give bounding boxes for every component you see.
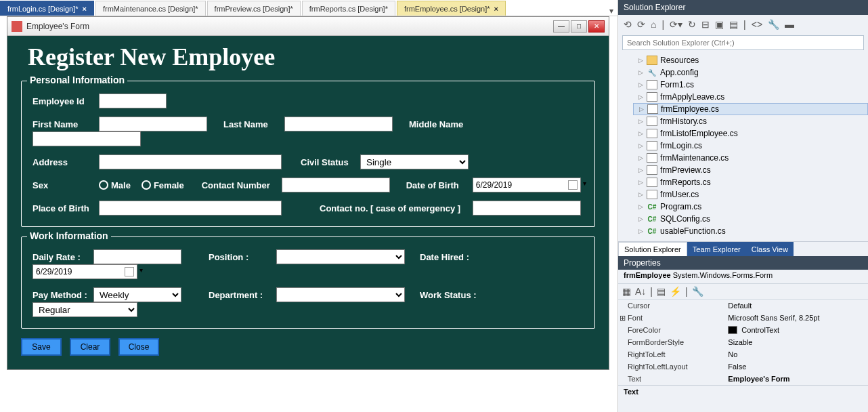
solution-search-input[interactable] xyxy=(622,35,864,50)
prop-value[interactable]: ControlText xyxy=(728,326,868,334)
tree-item-usablefunction-cs[interactable]: ▷C#usableFunction.cs xyxy=(633,225,868,237)
back-icon[interactable]: ⟲ xyxy=(624,19,632,30)
position-select[interactable] xyxy=(276,249,405,264)
male-radio[interactable] xyxy=(99,180,108,190)
prop-row-formborderstyle[interactable]: FormBorderStyleSizable xyxy=(618,336,868,348)
code-icon[interactable]: <> xyxy=(752,19,762,30)
tree-item-frmapplyleave-cs[interactable]: ▷frmApplyLeave.cs xyxy=(633,91,868,103)
prop-row-righttoleft[interactable]: RightToLeftNo xyxy=(618,348,868,360)
tab-solution-explorer[interactable]: Solution Explorer xyxy=(618,242,687,256)
workstatus-select[interactable]: Regular xyxy=(32,302,137,317)
middlename-field[interactable] xyxy=(32,131,141,146)
prop-value[interactable]: Employee's Form xyxy=(728,375,868,383)
close-button[interactable]: Close xyxy=(118,338,159,356)
expand-icon[interactable]: ⊞ xyxy=(620,314,628,322)
prop-row-forecolor[interactable]: ForeColorControlText xyxy=(618,324,868,336)
view-icon[interactable]: ▬ xyxy=(785,19,794,30)
tree-item-form1-cs[interactable]: ▷Form1.cs xyxy=(633,79,868,91)
employee-id-field[interactable] xyxy=(99,94,167,108)
expand-icon[interactable]: ▷ xyxy=(637,69,644,76)
tab-frmlogin[interactable]: frmLogin.cs [Design]*× xyxy=(0,1,94,16)
expand-icon[interactable]: ▷ xyxy=(637,154,644,161)
emergency-contact-field[interactable] xyxy=(473,201,581,215)
datehired-value: 6/29/2019 xyxy=(36,267,72,276)
tab-team-explorer[interactable]: Team Explorer xyxy=(687,242,746,256)
showall-icon[interactable]: ▣ xyxy=(715,19,724,30)
home-icon[interactable]: ⌂ xyxy=(651,19,656,30)
lastname-field[interactable] xyxy=(284,117,393,131)
tree-item-app-config[interactable]: ▷🔧App.config xyxy=(633,66,868,79)
paymethod-select[interactable]: Weekly xyxy=(93,287,181,302)
prop-value[interactable]: No xyxy=(728,350,868,358)
expand-icon[interactable]: ▷ xyxy=(637,57,644,64)
tree-item-resources[interactable]: ▷Resources xyxy=(633,54,868,66)
prop-value[interactable]: False xyxy=(728,363,868,371)
props-icon[interactable]: ▤ xyxy=(657,286,666,297)
tree-item-sqlconfig-cs[interactable]: ▷C#SQLConfig.cs xyxy=(633,213,868,225)
female-radio[interactable] xyxy=(142,180,151,190)
tree-item-program-cs[interactable]: ▷C#Program.cs xyxy=(633,201,868,213)
tab-frmreports[interactable]: frmReports.cs [Design]* xyxy=(302,1,395,16)
expand-icon[interactable]: ▷ xyxy=(637,203,644,210)
expand-icon[interactable]: ▷ xyxy=(637,94,644,100)
expand-icon[interactable]: ▷ xyxy=(637,179,644,186)
department-select[interactable] xyxy=(276,287,405,302)
prop-row-righttoleftlayout[interactable]: RightToLeftLayoutFalse xyxy=(618,360,868,373)
expand-icon[interactable]: ▷ xyxy=(637,81,644,88)
tree-item-frmreports-cs[interactable]: ▷frmReports.cs xyxy=(633,176,868,188)
properties-icon[interactable]: ▤ xyxy=(729,19,738,30)
firstname-field[interactable] xyxy=(99,117,207,131)
form-icon xyxy=(647,129,657,138)
prop-row-font[interactable]: ⊞ FontMicrosoft Sans Serif, 8.25pt xyxy=(618,312,868,324)
minimize-button[interactable]: — xyxy=(553,20,569,33)
datehired-picker[interactable]: 6/29/2019 xyxy=(32,264,137,279)
tree-item-frmlogin-cs[interactable]: ▷frmLogin.cs xyxy=(633,140,868,152)
dob-datepicker[interactable]: 6/29/2019 xyxy=(473,178,581,192)
tab-frmmaintenance[interactable]: frmMaintenance.cs [Design]* xyxy=(95,1,206,16)
prop-row-cursor[interactable]: CursorDefault xyxy=(618,300,868,312)
expand-icon[interactable]: ▷ xyxy=(637,167,644,173)
save-button[interactable]: Save xyxy=(21,338,62,356)
prop-row-text[interactable]: TextEmployee's Form xyxy=(618,373,868,385)
tab-class-view[interactable]: Class View xyxy=(746,242,794,256)
categorized-icon[interactable]: ▦ xyxy=(622,286,631,297)
expand-icon[interactable]: ▷ xyxy=(637,191,644,198)
tree-item-frmpreview-cs[interactable]: ▷frmPreview.cs xyxy=(633,164,868,176)
maximize-button[interactable]: □ xyxy=(571,20,587,33)
alpha-icon[interactable]: A↓ xyxy=(635,286,646,297)
tree-item-frmhistory-cs[interactable]: ▷frmHistory.cs xyxy=(633,115,868,127)
expand-icon[interactable]: ▷ xyxy=(637,130,644,137)
civil-status-select[interactable]: Single xyxy=(360,154,469,169)
tree-item-frmuser-cs[interactable]: ▷frmUser.cs xyxy=(633,188,868,201)
close-icon[interactable]: × xyxy=(494,5,498,13)
form-designer-window[interactable]: Employee's Form — □ ✕ Register New Emplo… xyxy=(7,16,609,370)
prop-value[interactable]: Microsoft Sans Serif, 8.25pt xyxy=(728,314,868,322)
tab-frmemployee[interactable]: frmEmployee.cs [Design]*× xyxy=(397,1,506,16)
refresh-icon[interactable]: ↻ xyxy=(688,19,696,30)
prop-value[interactable]: Sizable xyxy=(728,338,868,346)
tree-item-frmlistofemployee-cs[interactable]: ▷frmListofEmployee.cs xyxy=(633,127,868,140)
collapse-icon[interactable]: ⊟ xyxy=(701,19,710,30)
prop-value[interactable]: Default xyxy=(728,302,868,310)
tab-frmpreview[interactable]: frmPreview.cs [Design]* xyxy=(207,1,301,16)
wrench-icon[interactable]: 🔧 xyxy=(692,286,703,297)
expand-icon[interactable]: ▷ xyxy=(637,215,644,222)
contact-field[interactable] xyxy=(282,178,390,192)
tree-item-frmemployee-cs[interactable]: ▷frmEmployee.cs xyxy=(633,103,868,115)
wrench-icon[interactable]: 🔧 xyxy=(768,19,779,30)
close-button[interactable]: ✕ xyxy=(588,20,605,33)
tree-item-frmmaintenance-cs[interactable]: ▷frmMaintenance.cs xyxy=(633,152,868,164)
dailyrate-field[interactable] xyxy=(93,249,181,264)
expand-icon[interactable]: ▷ xyxy=(637,142,644,149)
sync-icon[interactable]: ⟳▾ xyxy=(670,19,682,30)
close-icon[interactable]: × xyxy=(83,5,87,13)
expand-icon[interactable]: ▷ xyxy=(638,106,645,112)
expand-icon[interactable]: ▷ xyxy=(637,118,644,125)
address-field[interactable] xyxy=(99,154,282,169)
tab-overflow-icon[interactable]: ▾ xyxy=(605,6,617,16)
clear-button[interactable]: Clear xyxy=(70,338,110,356)
pob-field[interactable] xyxy=(99,201,282,215)
events-icon[interactable]: ⚡ xyxy=(670,286,681,297)
forward-icon[interactable]: ⟳ xyxy=(637,19,645,30)
expand-icon[interactable]: ▷ xyxy=(637,228,644,234)
